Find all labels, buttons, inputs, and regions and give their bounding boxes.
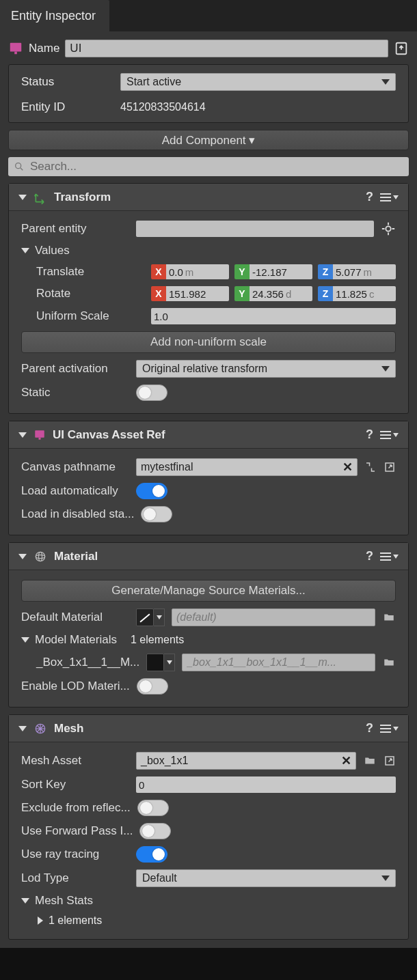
axis-x-icon: X xyxy=(151,264,166,279)
load-auto-label: Load automatically xyxy=(21,484,129,498)
canvas-path-label: Canvas pathname xyxy=(21,460,129,474)
svg-rect-7 xyxy=(39,437,41,439)
popout-icon[interactable] xyxy=(384,461,396,473)
add-component-button[interactable]: Add Component ▾ xyxy=(8,130,409,150)
sort-key-label: Sort Key xyxy=(21,778,129,792)
ray-tracing-toggle[interactable] xyxy=(136,846,167,863)
collapse-toggle[interactable] xyxy=(18,432,27,438)
uniform-scale-input[interactable]: 1.0 xyxy=(151,308,396,324)
tab-entity-inspector[interactable]: Entity Inspector xyxy=(0,0,109,31)
model-materials-count: 1 elements xyxy=(131,634,184,646)
component-title: UI Canvas Asset Ref xyxy=(53,428,165,442)
model-item-input[interactable]: _box_1x1__box_1x1__1__m... xyxy=(182,654,375,671)
component-title: Mesh xyxy=(54,722,83,736)
collapse-toggle[interactable] xyxy=(18,726,27,731)
sort-key-input[interactable]: 0 xyxy=(136,776,396,793)
menu-icon[interactable] xyxy=(380,431,399,439)
tab-bar: Entity Inspector xyxy=(0,0,417,31)
help-icon[interactable]: ? xyxy=(366,190,373,204)
forward-pass-toggle[interactable] xyxy=(139,823,171,839)
component-title: Material xyxy=(54,550,98,563)
entity-id-label: Entity ID xyxy=(21,100,113,114)
parent-activation-label: Parent activation xyxy=(21,362,129,376)
parent-entity-label: Parent entity xyxy=(21,222,129,236)
help-icon[interactable]: ? xyxy=(366,549,373,563)
axis-x-icon: X xyxy=(151,286,166,301)
model-materials-toggle[interactable] xyxy=(21,637,29,643)
mesh-asset-input[interactable]: _box_1x1 ✕ xyxy=(136,752,356,770)
collapse-toggle[interactable] xyxy=(18,195,27,200)
values-toggle[interactable] xyxy=(21,248,29,253)
exclude-reflec-label: Exclude from reflec... xyxy=(21,801,131,815)
svg-point-11 xyxy=(39,552,42,561)
svg-point-3 xyxy=(16,163,21,169)
ray-tracing-label: Use ray tracing xyxy=(21,848,129,861)
rotate-x-input[interactable]: 151.982 xyxy=(166,286,229,301)
canvas-path-input[interactable]: mytestfinal ✕ xyxy=(136,458,358,476)
swatch-dropdown[interactable] xyxy=(164,654,175,671)
mesh-stats-label: Mesh Stats xyxy=(35,894,93,908)
svg-rect-1 xyxy=(14,52,17,55)
generate-materials-button[interactable]: Generate/Manage Source Materials... xyxy=(21,580,396,602)
help-icon[interactable]: ? xyxy=(366,428,373,442)
values-label: Values xyxy=(35,244,70,257)
parent-entity-field[interactable] xyxy=(136,221,374,237)
stats-item-toggle[interactable] xyxy=(38,916,43,925)
static-label: Static xyxy=(21,386,129,400)
folder-icon[interactable] xyxy=(382,656,396,669)
status-select[interactable]: Start active xyxy=(120,73,396,91)
enable-lod-label: Enable LOD Materi... xyxy=(21,680,130,693)
target-icon[interactable] xyxy=(381,221,396,236)
rotate-z-input[interactable]: 11.825c xyxy=(333,286,396,301)
help-icon[interactable]: ? xyxy=(366,721,373,736)
entity-icon xyxy=(8,41,23,56)
folder-icon[interactable] xyxy=(363,755,377,767)
component-title: Transform xyxy=(54,191,111,204)
lod-type-select[interactable]: Default xyxy=(136,869,396,887)
folder-icon[interactable] xyxy=(382,611,396,624)
static-toggle[interactable] xyxy=(136,384,167,401)
model-materials-label: Model Materials xyxy=(35,633,125,647)
load-disabled-toggle[interactable] xyxy=(141,506,172,522)
svg-line-4 xyxy=(21,168,23,170)
name-input[interactable] xyxy=(65,40,388,57)
collapse-toggle[interactable] xyxy=(18,554,27,559)
menu-icon[interactable] xyxy=(380,552,399,561)
mesh-icon xyxy=(33,722,47,736)
pin-icon[interactable] xyxy=(394,41,409,56)
material-swatch[interactable] xyxy=(136,608,154,626)
default-material-input[interactable]: (default) xyxy=(172,608,375,626)
menu-icon[interactable] xyxy=(380,725,399,733)
material-swatch[interactable] xyxy=(146,654,164,671)
svg-rect-6 xyxy=(35,430,44,438)
exclude-reflec-toggle[interactable] xyxy=(137,800,169,816)
svg-point-5 xyxy=(386,226,390,231)
load-auto-toggle[interactable] xyxy=(136,483,167,499)
chevron-down-icon xyxy=(381,79,390,85)
parent-activation-select[interactable]: Original relative transform xyxy=(136,360,396,378)
enable-lod-toggle[interactable] xyxy=(137,678,168,695)
entity-id-value: 45120833504614 xyxy=(120,101,206,113)
mesh-asset-label: Mesh Asset xyxy=(21,754,129,768)
swatch-dropdown[interactable] xyxy=(154,608,165,626)
clear-icon[interactable]: ✕ xyxy=(341,753,351,768)
model-item-label: _Box_1x1__1__M... xyxy=(21,656,139,669)
translate-label: Translate xyxy=(21,265,144,279)
edit-icon[interactable] xyxy=(364,461,377,473)
status-label: Status xyxy=(21,75,113,89)
translate-z-input[interactable]: 5.077m xyxy=(333,264,396,279)
name-label: Name xyxy=(29,42,59,55)
svg-point-10 xyxy=(36,555,44,558)
popout-icon[interactable] xyxy=(384,755,396,767)
mesh-stats-toggle[interactable] xyxy=(21,898,29,904)
chevron-down-icon xyxy=(381,876,390,881)
mesh-stats-count: 1 elements xyxy=(49,914,102,927)
clear-icon[interactable]: ✕ xyxy=(342,460,353,475)
axis-z-icon: Z xyxy=(318,286,333,301)
rotate-y-input[interactable]: 24.356d xyxy=(250,286,312,301)
menu-icon[interactable] xyxy=(380,193,399,201)
translate-y-input[interactable]: -12.187 xyxy=(250,264,312,279)
add-nonuniform-scale-button[interactable]: Add non-uniform scale xyxy=(21,331,396,353)
translate-x-input[interactable]: 0.0m xyxy=(166,264,229,279)
search-input[interactable]: Search... xyxy=(8,157,409,176)
